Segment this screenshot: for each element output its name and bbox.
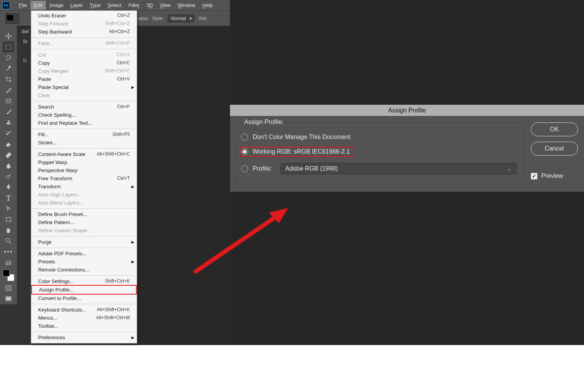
menu-item-search[interactable]: SearchCtrl+F [31, 103, 137, 111]
dialog-title: Assign Profile [230, 105, 584, 116]
tool-lasso[interactable] [3, 52, 14, 63]
tool-dodge[interactable] [3, 171, 14, 182]
menu-item-define-custom-shape: Define Custom Shape... [31, 226, 137, 235]
menu-item-keyboard-shortcuts[interactable]: Keyboard Shortcuts...Alt+Shift+Ctrl+K [31, 306, 137, 314]
foreground-color-swatch[interactable] [3, 270, 10, 276]
menu-select[interactable]: Select [104, 1, 125, 10]
option-working-rgb-label: Working RGB: sRGB IEC61966-2.1 [253, 148, 350, 155]
tool-more[interactable]: ••• [3, 246, 14, 257]
edit-menu-dropdown: Undo EraserCtrl+ZStep ForwardShift+Ctrl+… [31, 10, 137, 343]
menu-edit[interactable]: Edit [30, 1, 46, 10]
menu-view[interactable]: View [156, 1, 174, 10]
menu-file[interactable]: File [15, 1, 30, 10]
menu-item-assign-profile[interactable]: Assign Profile... [31, 285, 137, 295]
menu-item-convert-to-profile[interactable]: Convert to Profile... [31, 294, 137, 302]
menu-item-find-and-replace-text[interactable]: Find and Replace Text... [31, 119, 137, 127]
submenu-arrow-icon: ▶ [131, 183, 134, 190]
opt-style-select[interactable]: Normal [168, 15, 195, 22]
cancel-button[interactable]: Cancel [531, 142, 578, 156]
tool-clone-stamp[interactable] [3, 117, 14, 128]
tool-path-selection[interactable] [3, 203, 14, 214]
menu-item-stroke[interactable]: Stroke... [31, 139, 137, 147]
menu-item-fade: Fade...Shift+Ctrl+F [31, 39, 137, 47]
svg-rect-5 [6, 218, 11, 221]
submenu-arrow-icon: ▶ [131, 84, 134, 90]
menu-item-content-aware-scale[interactable]: Content-Aware ScaleAlt+Shift+Ctrl+C [31, 150, 137, 158]
menu-type[interactable]: Type [86, 1, 104, 10]
preview-checkbox-row[interactable]: ✓ Preview [531, 173, 578, 179]
option-working-rgb[interactable]: Working RGB: sRGB IEC61966-2.1 [241, 147, 517, 157]
tool-eraser[interactable] [3, 139, 14, 149]
ok-button[interactable]: OK [531, 122, 578, 136]
tool-hand[interactable] [3, 225, 14, 236]
menu-filter[interactable]: Filter [125, 1, 143, 10]
menu-item-puppet-warp[interactable]: Puppet Warp [31, 158, 137, 166]
menu-item-transform[interactable]: Transform▶ [31, 183, 137, 191]
menu-layer[interactable]: Layer [67, 1, 87, 10]
radio-icon [241, 148, 248, 155]
tool-eyedropper[interactable] [3, 85, 14, 95]
menu-item-cut: CutCtrl+X [31, 51, 137, 59]
menu-item-define-pattern[interactable]: Define Pattern... [31, 218, 137, 226]
tool-type[interactable] [3, 193, 14, 203]
tool-blur[interactable] [3, 160, 14, 171]
tool-pen[interactable] [3, 182, 14, 193]
menu-item-toolbar[interactable]: Toolbar... [31, 322, 137, 330]
svg-rect-0 [7, 15, 13, 20]
svg-point-4 [6, 176, 9, 179]
menu-item-free-transform[interactable]: Free TransformCtrl+T [31, 174, 137, 183]
menu-item-preferences[interactable]: Preferences▶ [31, 333, 137, 342]
menu-item-presets[interactable]: Presets▶ [31, 258, 137, 266]
app-logo-icon: Ps [2, 2, 10, 9]
svg-rect-8 [6, 286, 11, 290]
tool-brush[interactable] [3, 106, 14, 117]
color-swatches[interactable] [3, 270, 14, 281]
option-profile[interactable]: Profile: Adobe RGB (1998) [241, 163, 517, 174]
menu-item-clear: Clear [31, 91, 137, 99]
menu-item-menus[interactable]: Menus...Alt+Shift+Ctrl+M [31, 314, 137, 322]
document-tab-label: dwf [22, 29, 29, 34]
menu-item-copy[interactable]: CopyCtrl+C [31, 59, 137, 67]
menu-item-step-backward[interactable]: Step BackwardAlt+Ctrl+Z [31, 28, 137, 36]
tool-history-brush[interactable] [3, 128, 14, 139]
menu-item-define-brush-preset[interactable]: Define Brush Preset... [31, 210, 137, 218]
menu-item-paste[interactable]: PasteCtrl+V [31, 75, 137, 83]
profile-select-value: Adobe RGB (1998) [285, 165, 338, 172]
tool-edit-toolbar-icon[interactable] [3, 257, 14, 268]
assign-profile-dialog: Assign Profile Assign Profile: Don't Col… [230, 105, 584, 192]
tool-screen-mode-icon[interactable] [3, 293, 14, 304]
tool-rectangle[interactable] [3, 214, 14, 225]
opt-style-label: Style: [152, 16, 164, 21]
tool-gradient[interactable] [3, 149, 14, 160]
menu-item-fill[interactable]: Fill...Shift+F5 [31, 131, 137, 139]
svg-rect-2 [6, 99, 11, 103]
profile-select[interactable]: Adobe RGB (1998) [280, 163, 517, 174]
menu-item-check-spelling[interactable]: Check Spelling... [31, 111, 137, 119]
photoshop-window: Ps File Edit Image Layer Type Select Fil… [0, 0, 230, 345]
right-pane: Assign Profile Assign Profile: Don't Col… [230, 0, 584, 345]
menu-item-paste-special[interactable]: Paste Special▶ [31, 83, 137, 91]
menu-3d[interactable]: 3D [143, 1, 156, 10]
toolbox-collapse-icon[interactable] [2, 28, 15, 31]
current-tool-icon[interactable]: ⌄ [5, 13, 19, 24]
menu-item-purge[interactable]: Purge▶ [31, 238, 137, 246]
menu-help[interactable]: Help [199, 1, 216, 10]
tool-magic-wand[interactable] [3, 63, 14, 74]
menu-item-remote-connections[interactable]: Remote Connections... [31, 266, 137, 274]
menu-item-undo-eraser[interactable]: Undo EraserCtrl+Z [31, 12, 137, 20]
menu-window[interactable]: Window [174, 1, 199, 10]
menu-item-color-settings[interactable]: Color Settings...Shift+Ctrl+K [31, 277, 137, 285]
tool-move[interactable] [3, 31, 14, 42]
assign-profile-fieldset: Assign Profile: Don't Color Manage This … [235, 122, 523, 184]
tool-quick-mask-icon[interactable] [3, 283, 14, 293]
document-tab[interactable]: dwf [18, 27, 33, 36]
menu-item-adobe-pdf-presets[interactable]: Adobe PDF Presets... [31, 250, 137, 258]
tool-rectangular-marquee[interactable] [3, 42, 14, 52]
option-dont-manage[interactable]: Don't Color Manage This Document [241, 134, 517, 141]
tool-crop[interactable] [3, 74, 14, 85]
dialog-buttons: OK Cancel ✓ Preview [531, 122, 578, 184]
menu-image[interactable]: Image [46, 1, 67, 10]
tool-frame[interactable] [3, 95, 14, 106]
menu-item-perspective-warp[interactable]: Perspective Warp [31, 166, 137, 174]
tool-zoom[interactable] [3, 236, 14, 246]
